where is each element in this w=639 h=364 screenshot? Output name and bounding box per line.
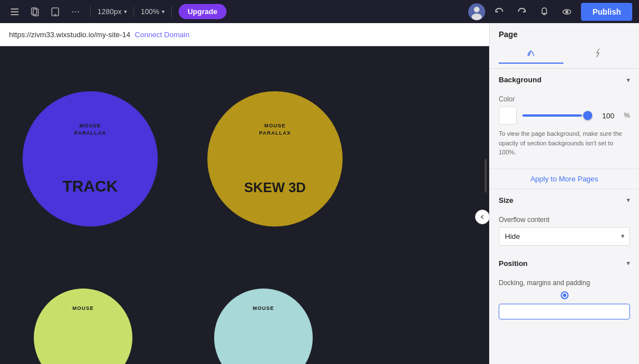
sidebar-toggle-icon[interactable]: [7, 4, 23, 20]
position-chevron: ▾: [627, 259, 630, 267]
position-section-content: Docking, margins and padding: [490, 274, 639, 326]
pages-icon[interactable]: [27, 4, 43, 20]
size-selector[interactable]: 1280px ▾: [97, 7, 127, 16]
size-section: Size ▾ Overflow content Hide Show Clip: [490, 189, 639, 252]
overflow-select[interactable]: Hide Show Clip: [499, 227, 630, 246]
connect-domain-link[interactable]: Connect Domain: [135, 30, 189, 39]
background-section: Background ▾ Color % To view the page ba…: [490, 69, 639, 168]
circle-teal-label: MOUSE: [214, 305, 313, 311]
svg-rect-2: [11, 14, 19, 15]
circle-lime[interactable]: MOUSE: [34, 288, 132, 364]
background-chevron: ▾: [627, 76, 630, 84]
redo-button[interactable]: [513, 3, 530, 20]
background-section-content: Color % To view the page background, mak…: [490, 91, 639, 168]
separator-1: [90, 6, 91, 17]
color-swatch[interactable]: [499, 106, 517, 125]
separator-3: [171, 6, 172, 17]
circle-teal[interactable]: MOUSE: [214, 288, 313, 364]
docking-radio-center[interactable]: [561, 291, 569, 299]
address-bar: https://zivm33.wixstudio.io/my-site-14 C…: [0, 23, 489, 46]
docking-inputs: [499, 304, 630, 319]
opacity-unit: %: [624, 112, 630, 119]
undo-button[interactable]: [491, 3, 508, 20]
more-icon[interactable]: ···: [68, 4, 83, 20]
circle-purple-title: TRACK: [63, 177, 118, 196]
svg-point-9: [472, 14, 482, 20]
preview-icon[interactable]: [558, 3, 575, 20]
circle-purple-label: MOUSEPARALLAX: [74, 122, 106, 136]
toolbar: ··· 1280px ▾ 100% ▾ Upgrade Publish: [0, 0, 639, 23]
overflow-select-wrapper: Hide Show Clip: [499, 227, 630, 246]
circle-lime-label: MOUSE: [34, 305, 132, 311]
svg-point-12: [566, 11, 568, 13]
upgrade-button[interactable]: Upgrade: [179, 4, 227, 19]
color-row: %: [499, 106, 630, 125]
size-section-header[interactable]: Size ▾: [490, 189, 639, 211]
docking-label: Docking, margins and padding: [499, 279, 630, 287]
svg-rect-1: [11, 11, 19, 12]
svg-rect-0: [11, 8, 19, 10]
docking-input[interactable]: [499, 304, 630, 319]
circle-yellow-label: MOUSEPARALLAX: [259, 122, 291, 136]
zoom-selector[interactable]: 100% ▾: [141, 7, 165, 16]
opacity-slider-container: [522, 114, 592, 117]
overflow-label: Overflow content: [499, 216, 630, 224]
svg-point-8: [474, 7, 480, 12]
tab-design[interactable]: [499, 43, 563, 64]
background-section-header[interactable]: Background ▾: [490, 69, 639, 91]
canvas-drawing-area[interactable]: MOUSEPARALLAX TRACK MOUSEPARALLAX SKEW 3…: [0, 46, 489, 364]
url-text: https://zivm33.wixstudio.io/my-site-14: [9, 30, 130, 39]
position-section: Position ▾ Docking, margins and padding: [490, 252, 639, 326]
opacity-input[interactable]: [598, 112, 618, 120]
size-section-content: Overflow content Hide Show Clip: [490, 211, 639, 252]
right-panel: Page Background ▾ Color: [489, 23, 639, 364]
panel-title: Page: [490, 23, 639, 39]
avatar[interactable]: [468, 3, 485, 20]
color-label: Color: [499, 95, 630, 103]
apply-to-more-pages-link[interactable]: Apply to More Pages: [490, 168, 639, 189]
scrollbar-thumb[interactable]: [485, 159, 487, 193]
panel-collapse-button[interactable]: [475, 210, 489, 224]
toolbar-right: Publish: [468, 3, 632, 21]
separator-2: [134, 6, 134, 17]
circle-purple[interactable]: MOUSEPARALLAX TRACK: [23, 91, 158, 227]
main-area: https://zivm33.wixstudio.io/my-site-14 C…: [0, 23, 639, 364]
tab-lightning[interactable]: [566, 43, 631, 64]
mobile-icon[interactable]: [47, 4, 63, 20]
circle-yellow-title: SKEW 3D: [244, 180, 305, 196]
opacity-slider[interactable]: [522, 114, 592, 117]
panel-tabs: [490, 39, 639, 69]
background-hint: To view the page background, make sure t…: [499, 129, 630, 157]
circle-yellow[interactable]: MOUSEPARALLAX SKEW 3D: [207, 91, 343, 227]
size-chevron: ▾: [627, 196, 630, 204]
position-section-header[interactable]: Position ▾: [490, 252, 639, 274]
docking-radio-row: [499, 291, 630, 299]
notifications-icon[interactable]: [536, 3, 553, 20]
publish-button[interactable]: Publish: [581, 3, 632, 21]
canvas-container: https://zivm33.wixstudio.io/my-site-14 C…: [0, 23, 489, 364]
